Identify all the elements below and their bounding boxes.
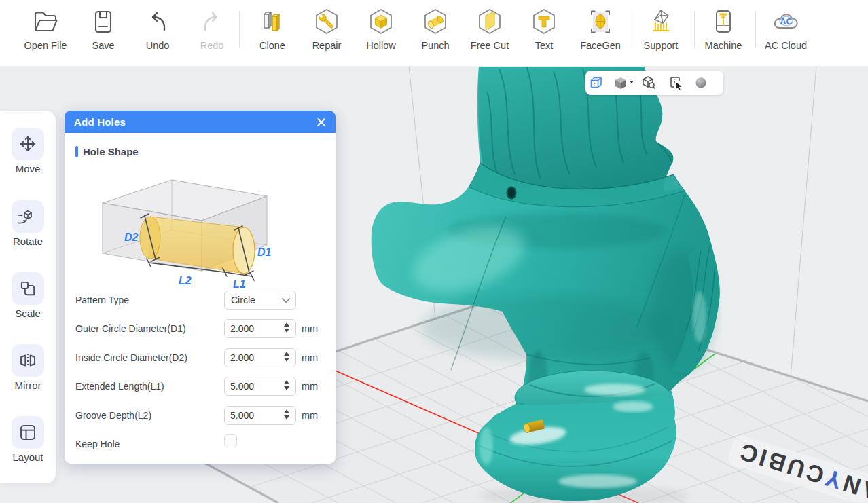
application-window: ANYCUBIC [0,0,868,503]
ac-cloud-button[interactable]: AC AC Cloud [759,5,813,62]
keep-hole-checkbox[interactable] [224,434,237,447]
toolbar-label: Hollow [366,40,396,51]
open-file-icon [31,7,60,37]
spinner-up-icon[interactable] [284,352,289,356]
hollow-button[interactable]: Hollow [354,5,408,62]
sidebar-item-scale[interactable]: Scale [0,272,56,319]
layout-icon [18,422,38,443]
field-label: Inside Circle Diameter(D2) [75,352,187,363]
spinner-up-icon[interactable] [284,409,289,413]
sidebar-item-mirror[interactable]: Mirror [0,344,56,391]
text-icon [529,7,559,37]
shading-mode-icon[interactable] [613,75,636,91]
groove-depth-stepper[interactable] [284,409,291,423]
spinner-down-icon[interactable] [284,329,289,333]
extended-length-stepper[interactable] [284,380,291,394]
toolbar-label: FaceGen [580,40,621,51]
inside-diameter-stepper[interactable] [284,352,291,365]
unit-label: mm [302,381,318,392]
punch-button[interactable]: Punch [408,5,463,62]
undo-button[interactable]: Undo [130,5,185,62]
sidebar-item-move[interactable]: Move [0,128,56,174]
toolbar-label: Save [92,40,114,51]
dialog-title: Add Holes [74,116,126,128]
render-mode-icon[interactable] [693,75,712,91]
clone-icon [257,7,287,37]
toolbar-label: Support [644,40,679,51]
pattern-type-value: Circle [231,295,255,305]
toolbar-divider [632,11,632,48]
section-header: Hole Shape [75,146,139,157]
inside-diameter-row: Inside Circle Diameter(D2) mm [75,348,327,367]
toolbar-divider [755,11,756,48]
toolbar-divider [239,11,240,48]
spinner-down-icon[interactable] [284,386,289,390]
scale-icon [18,278,38,299]
spinner-down-icon[interactable] [284,415,289,420]
facegen-icon [585,7,615,37]
spinner-up-icon[interactable] [284,322,289,327]
section-title: Hole Shape [83,146,139,157]
sidebar-item-layout[interactable]: Layout [0,416,56,463]
field-label: Outer Circle Diameter(D1) [75,323,186,334]
sidebar-label: Layout [12,451,43,463]
inside-diameter-input[interactable] [230,349,278,367]
svg-text:AC: AC [780,17,792,26]
save-button[interactable]: Save [76,5,130,62]
rotate-icon [18,206,38,227]
field-label: Extended Length(L1) [75,381,164,392]
close-icon[interactable] [314,115,329,130]
toolbar-label: Undo [146,40,170,51]
clone-button[interactable]: Clone [245,5,300,62]
ac-cloud-icon: AC [771,7,801,37]
repair-button[interactable]: Repair [300,5,354,62]
extended-length-row: Extended Length(L1) mm [75,377,327,396]
move-icon [18,134,38,154]
dialog-titlebar[interactable]: Add Holes [65,111,336,133]
save-icon [88,7,118,37]
toolbar-label: Text [535,40,554,51]
text-button[interactable]: Text [517,5,571,62]
open-file-button[interactable]: Open File [18,5,73,62]
spinner-up-icon[interactable] [284,380,289,384]
free-cut-button[interactable]: Free Cut [463,5,517,62]
hole-shape-diagram: D2 D1 L2 L1 [82,168,319,288]
sidebar-label: Move [16,163,41,174]
mirror-icon [18,350,38,371]
machine-icon [708,7,738,37]
spinner-down-icon[interactable] [284,358,289,362]
groove-depth-input[interactable] [230,407,278,424]
support-icon [646,7,676,37]
main-toolbar: Open File Save Undo Redo [0,0,868,67]
extended-length-input[interactable] [230,377,278,395]
unit-label: mm [302,410,318,421]
facegen-button[interactable]: FaceGen [573,5,628,62]
outer-diameter-input[interactable] [230,320,278,337]
pattern-type-select[interactable]: Circle [224,291,296,310]
outer-diameter-stepper[interactable] [284,322,291,336]
toolbar-label: Punch [421,40,449,51]
toolbar-label: Redo [200,40,224,51]
sidebar-item-rotate[interactable]: Rotate [0,200,56,247]
diagram-label-l1: L1 [233,278,246,288]
keep-hole-row: Keep Hole [75,434,327,453]
punch-icon [420,7,450,37]
transform-sidebar: Move Rotate Scale [0,111,56,483]
perspective-view-icon[interactable] [588,75,607,91]
zoom-model-icon[interactable] [640,75,659,91]
redo-button[interactable]: Redo [185,5,239,62]
diagram-label-d2: D2 [124,231,139,243]
diagram-label-l2: L2 [179,275,192,286]
undo-icon [143,7,173,37]
sidebar-label: Mirror [14,379,41,391]
toolbar-label: Machine [705,40,742,51]
support-button[interactable]: Support [634,5,688,62]
repair-icon [312,7,342,37]
view-toolbar [585,71,723,95]
outer-diameter-row: Outer Circle Diameter(D1) mm [75,319,327,338]
free-cut-icon [475,7,505,37]
sidebar-label: Scale [15,308,41,319]
pick-info-icon[interactable] [668,75,687,91]
machine-button[interactable]: Machine [696,5,751,62]
diagram-label-d1: D1 [257,246,272,258]
